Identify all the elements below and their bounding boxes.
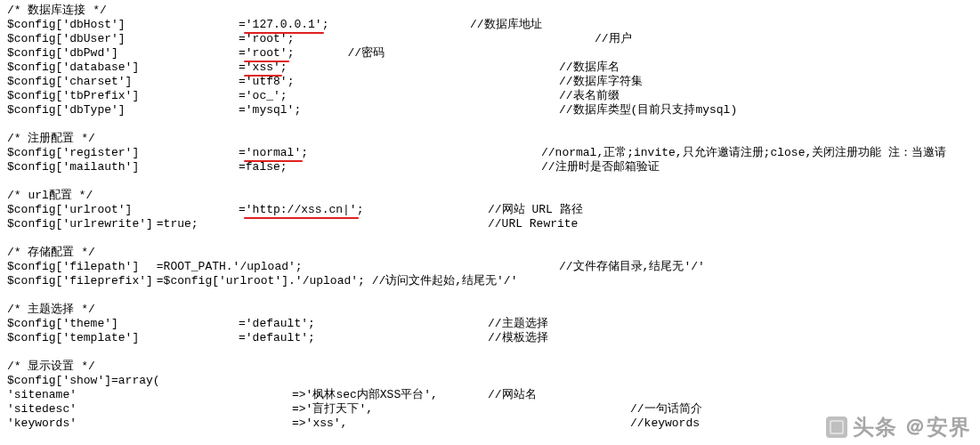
inline-comment: //URL Rewrite [488,217,578,231]
code-line: $config['theme']='default';//主题选择 [7,317,973,331]
inline-comment: //文件存储目录,结尾无'/' [559,260,705,274]
code-line: $config['template']='default';//模板选择 [7,331,973,345]
inline-comment: //一句话简介 [630,402,702,417]
config-value: ='utf8'; [239,75,294,88]
config-value: =false; [239,160,288,174]
code-line: $config['filepath'] =ROOT_PATH.'/upload'… [7,260,973,274]
config-value: ='xss'; [239,61,288,74]
config-value: ='normal'; [239,146,308,159]
code-line: $config['database']='xss';//数据库名 [7,61,973,75]
code-line: $config['register']='normal';//normal,正常… [7,146,973,160]
config-key: $config['template'] [7,331,239,345]
code-line: 'sitedesc'=>'盲打天下',//一句话简介 [7,402,973,417]
inline-comment: //keywords [630,417,700,431]
inline-comment: //数据库类型(目前只支持mysql) [559,103,737,117]
config-key: $config['mailauth'] [7,160,239,174]
code-line: $config['tbPrefix']='oc_';//表名前缀 [7,89,973,103]
array-key: 'sitename' [7,388,292,402]
inline-comment: //表名前缀 [559,89,620,103]
inline-comment: //注册时是否邮箱验证 [541,160,660,174]
logo-icon [826,417,847,438]
config-key: $config['theme'] [7,317,239,331]
config-key: $config['dbPwd'] [7,46,239,61]
array-key: 'sitedesc' [7,402,292,417]
inline-comment: //用户 [595,32,632,46]
inline-comment: //网站名 [488,388,537,402]
inline-comment: //normal,正常;invite,只允许邀请注册;close,关闭注册功能 … [541,146,946,160]
code-line: $config['charset']='utf8';//数据库字符集 [7,75,973,89]
inline-comment: //主题选择 [488,317,548,331]
code-line: $config['dbType']='mysql';//数据库类型(目前只支持m… [7,103,973,117]
config-value: ='default'; [239,331,315,344]
config-key: $config['dbUser'] [7,32,239,46]
config-value: ='oc_'; [239,89,288,102]
config-value: =$config['urlroot'].'/upload'; //访问文件起始,… [150,274,517,287]
config-value: ='default'; [239,317,315,330]
config-key: $config['dbHost'] [7,18,239,32]
inline-comment: //数据库名 [559,61,620,75]
section-reg-title: /* 注册配置 */ [7,132,973,146]
config-key: $config['dbType'] [7,103,239,117]
code-line: $config['dbHost']='127.0.0.1';//数据库地址 [7,18,973,32]
array-value: =>'xss', [292,417,347,430]
config-value: ='root'; [239,46,294,60]
config-value: ='mysql'; [239,103,301,117]
code-line: $config['fileprefix'] =$config['urlroot'… [7,274,973,288]
config-key: $config['urlrewrite'] [7,217,150,231]
code-line: 'sitename'=>'枫林sec内部XSS平台',//网站名 [7,388,973,402]
config-key: $config['fileprefix'] [7,274,150,288]
inline-comment: //密码 [347,46,385,60]
inline-comment: //数据库字符集 [559,75,643,89]
config-key: $config['charset'] [7,75,239,89]
section-url-title: /* url配置 */ [7,189,973,203]
section-db-title: /* 数据库连接 */ [7,4,973,18]
config-key: $config['filepath'] [7,260,150,274]
config-value: =true; [150,217,198,231]
config-value: ='root'; [239,32,294,45]
config-key: $config['database'] [7,61,239,75]
code-line: $config['mailauth']=false;//注册时是否邮箱验证 [7,160,973,174]
section-theme-title: /* 主题选择 */ [7,303,973,317]
array-key: 'keywords' [7,417,292,431]
array-value: =>'盲打天下', [292,402,373,416]
show-array-open: $config['show']=array( [7,374,973,388]
code-line: $config['dbUser']='root';//用户 [7,32,973,46]
config-key: $config['register'] [7,146,239,160]
config-value: ='127.0.0.1'; [239,18,328,31]
watermark: 头条 ＠安界 [826,417,971,438]
code-line: $config['urlroot']='http://xss.cn|';//网站… [7,203,973,217]
inline-comment: //模板选择 [488,331,548,345]
code-line: $config['dbPwd']='root';//密码 [7,46,973,61]
section-show-title: /* 显示设置 */ [7,360,973,374]
config-value: ='http://xss.cn|'; [239,203,363,216]
config-value: =ROOT_PATH.'/upload'; [150,260,303,273]
inline-comment: //网站 URL 路径 [488,203,583,217]
config-key: $config['tbPrefix'] [7,89,239,103]
section-store-title: /* 存储配置 */ [7,246,973,260]
config-key: $config['urlroot'] [7,203,239,217]
inline-comment: //数据库地址 [470,18,542,32]
array-value: =>'枫林sec内部XSS平台', [292,388,438,401]
code-line: $config['urlrewrite'] =true;//URL Rewrit… [7,217,973,231]
